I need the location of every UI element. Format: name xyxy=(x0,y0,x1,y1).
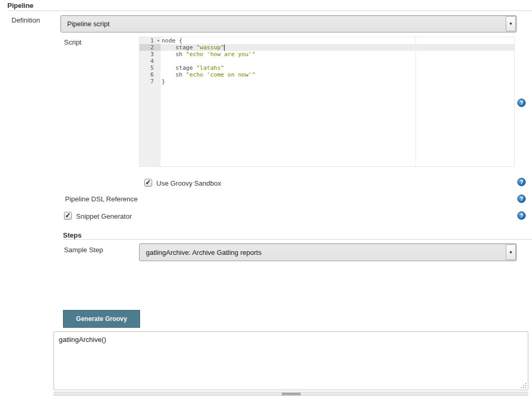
text-cursor xyxy=(224,45,225,51)
gutter-line-number: 6 xyxy=(140,71,161,78)
editor-code-area[interactable]: node { stage "wassup" sh "echo 'how are … xyxy=(161,37,514,166)
steps-section-divider xyxy=(63,239,532,240)
code-line[interactable]: } xyxy=(161,78,514,85)
pipeline-section-divider xyxy=(7,10,532,11)
groovy-output-textarea[interactable]: gatlingArchive() xyxy=(54,331,528,390)
snippet-generator-label: Snippet Generator xyxy=(76,212,132,220)
pipeline-script-editor[interactable]: 1▾234567 node { stage "wassup" sh "echo … xyxy=(139,37,515,167)
gutter-line-number: 4 xyxy=(140,58,161,65)
gutter-line-number: 2 xyxy=(140,44,161,51)
dsl-reference-help-icon[interactable]: ? xyxy=(517,195,526,203)
sample-step-select-value: gatlingArchive: Archive Gatling reports xyxy=(140,249,506,256)
code-plain-token: sh xyxy=(162,51,186,58)
code-string-token: "wassup" xyxy=(196,44,224,51)
definition-label: Definition xyxy=(12,16,40,24)
code-plain-token: node { xyxy=(162,37,183,44)
drag-grip-icon xyxy=(282,393,301,395)
code-line[interactable]: sh "echo 'come on now'" xyxy=(161,71,514,78)
textarea-resize-grip[interactable] xyxy=(521,383,527,389)
code-plain-token: sh xyxy=(162,71,186,78)
question-mark-icon: ? xyxy=(520,213,523,219)
steps-section-title: Steps xyxy=(63,231,81,239)
sample-step-select-arrow-button[interactable]: ▾ xyxy=(506,244,516,260)
definition-select-arrow-button[interactable]: ▾ xyxy=(506,16,516,31)
definition-select-value: Pipeline script xyxy=(61,20,506,28)
pipeline-dsl-reference-link[interactable]: Pipeline DSL Reference xyxy=(65,195,137,203)
editor-gutter: 1▾234567 xyxy=(140,37,161,166)
code-string-token: "echo 'how are you'" xyxy=(186,51,255,58)
gutter-line-number: 1▾ xyxy=(140,37,161,44)
code-plain-token: } xyxy=(162,78,165,85)
gutter-line-number: 7 xyxy=(140,78,161,85)
use-groovy-sandbox-label: Use Groovy Sandbox xyxy=(156,179,221,187)
gutter-line-number: 5 xyxy=(140,65,161,71)
definition-select[interactable]: Pipeline script ▾ xyxy=(60,15,517,33)
pipeline-section-title: Pipeline xyxy=(7,2,34,9)
sandbox-help-icon[interactable]: ? xyxy=(517,178,526,186)
script-label: Script xyxy=(64,38,81,46)
question-mark-icon: ? xyxy=(520,196,523,202)
chevron-down-icon: ▾ xyxy=(509,22,512,26)
snippet-generator-checkbox[interactable]: ✓ xyxy=(64,212,72,220)
code-plain-token: stage xyxy=(162,65,196,71)
question-mark-icon: ? xyxy=(520,179,523,185)
code-plain-token: stage xyxy=(162,44,196,51)
checkmark-icon: ✓ xyxy=(65,212,71,219)
code-string-token: "echo 'come on now'" xyxy=(186,71,255,78)
code-line[interactable]: stage "wassup" xyxy=(140,44,514,51)
script-help-icon[interactable]: ? xyxy=(517,99,526,107)
pipeline-config-page: Pipeline Definition Pipeline script ▾ Sc… xyxy=(0,0,532,397)
textarea-drag-handle[interactable] xyxy=(54,392,528,395)
checkmark-icon: ✓ xyxy=(145,179,151,186)
code-line[interactable]: stage "latahs" xyxy=(161,65,514,71)
chevron-down-icon: ▾ xyxy=(509,250,512,255)
code-line[interactable]: node { xyxy=(161,37,514,44)
sample-step-select[interactable]: gatlingArchive: Archive Gatling reports … xyxy=(139,243,517,261)
use-groovy-sandbox-checkbox[interactable]: ✓ xyxy=(144,179,152,187)
generate-groovy-button[interactable]: Generate Groovy xyxy=(63,310,140,328)
sample-step-label: Sample Step xyxy=(64,246,103,254)
code-string-token: "latahs" xyxy=(196,65,224,71)
gutter-line-number: 3 xyxy=(140,51,161,58)
fold-arrow-icon[interactable]: ▾ xyxy=(157,37,159,44)
code-line[interactable]: sh "echo 'how are you'" xyxy=(161,51,514,58)
code-line[interactable] xyxy=(161,58,514,65)
question-mark-icon: ? xyxy=(520,100,523,106)
snippet-generator-help-icon[interactable]: ? xyxy=(517,211,526,220)
